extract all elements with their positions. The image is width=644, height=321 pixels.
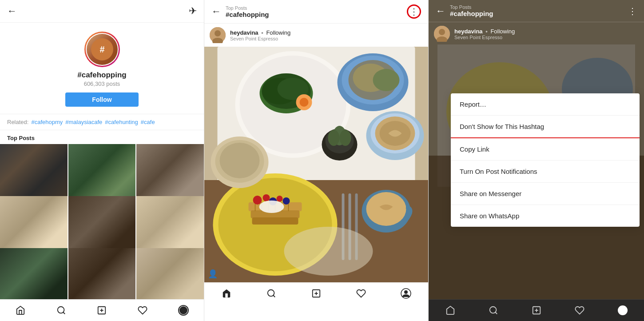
post-image[interactable]: 👤 [204,47,428,282]
menu-item-whatsapp[interactable]: Share on WhatsApp [451,205,640,227]
svg-point-10 [215,30,221,36]
nav-heart-icon[interactable] [134,304,151,317]
panel2-back-icon[interactable]: ← [211,6,221,17]
panel3-bottom-nav [429,299,644,321]
svg-point-56 [220,143,260,178]
profile-section: # #cafehopping 606,303 posts Follow [0,23,204,114]
svg-point-60 [328,130,340,146]
nav-search-icon[interactable] [52,304,70,317]
svg-point-83 [618,305,628,315]
related-tag-1[interactable]: #cafehopmy [31,119,63,125]
related-tag-3[interactable]: #cafehunting [105,119,138,125]
hashtag-title: #cafehopping [77,71,127,80]
panel3-back-icon[interactable]: ← [436,5,445,17]
nav3-search-icon[interactable] [485,304,502,317]
nav2-search-icon[interactable] [262,287,280,300]
related-tag-4[interactable]: #cafe [141,119,155,125]
panel3-top-bar-text: Top Posts #cafehopping [450,4,493,17]
svg-point-2 [57,307,64,313]
svg-point-8 [179,306,187,314]
svg-point-22 [300,98,309,107]
svg-point-62 [284,227,373,276]
svg-point-63 [268,290,274,297]
grid-item[interactable] [68,248,136,299]
svg-point-46 [277,196,283,202]
svg-line-79 [495,312,497,314]
panel2-bottom-nav [204,282,428,304]
nav2-home-icon[interactable] [218,287,235,300]
panel3-top-bar-sub: Top Posts [450,4,493,10]
svg-point-27 [373,69,400,91]
nav2-profile-icon[interactable] [397,287,415,300]
menu-item-report[interactable]: Report… [451,93,640,116]
nav-home-icon[interactable] [12,304,29,317]
panel3-top-bar: ← Top Posts #cafehopping ⋮ [429,0,644,22]
panel3-post-header: heydavina • Following Seven Point Espres… [429,22,644,45]
user-location: Seven Point Espresso [230,36,290,41]
nav3-home-icon[interactable] [441,304,459,317]
panel3-top-bar-main: #cafehopping [450,10,493,17]
svg-point-61 [340,130,351,146]
nav-profile-icon[interactable] [175,304,192,317]
avatar-inner: # [87,34,118,65]
panel3-user-avatar [434,26,450,42]
panel-2: ← Top Posts #cafehopping ⋮ heydavina • F… [204,0,429,321]
svg-point-76 [439,29,445,35]
nav2-add-icon[interactable] [307,287,325,300]
back-icon[interactable]: ← [7,5,17,17]
three-dots-icon: ⋮ [409,6,418,17]
bottom-nav [0,299,204,321]
menu-item-messenger[interactable]: Share on Messenger [451,183,640,205]
photo-grid [0,144,204,299]
grid-item[interactable] [0,248,68,299]
svg-point-78 [489,307,496,313]
nav3-profile-icon[interactable] [614,304,632,317]
send-icon[interactable]: ✈ [189,5,197,17]
panel1-top-bar: ← ✈ [0,0,204,23]
svg-line-64 [273,295,275,297]
user-info: heydavina • Following Seven Point Espres… [230,29,290,41]
grid-item[interactable] [136,248,204,299]
panel2-top-bar-text: Top Posts #cafehopping [226,5,269,18]
post-count: 606,303 posts [84,80,120,87]
avatar: # [84,32,120,67]
svg-point-69 [404,290,408,294]
svg-point-43 [253,196,262,205]
svg-point-48 [259,201,284,213]
panel2-top-bar-main: #cafehopping [226,11,269,18]
context-menu: Report… Don't Show for This Hashtag Copy… [451,93,640,227]
panel2-top-bar-sub: Top Posts [226,5,269,11]
panel-3: ← Top Posts #cafehopping ⋮ heydavina • F… [429,0,644,321]
nav2-heart-icon[interactable] [352,287,370,300]
svg-point-47 [283,197,290,205]
nav3-add-icon[interactable] [528,304,545,317]
panel2-post-header: heydavina • Following Seven Point Espres… [204,24,428,47]
menu-item-notifications[interactable]: Turn On Post Notifications [451,160,640,183]
panel-1: ← ✈ # #cafehopping 606,303 posts Follow … [0,0,204,321]
menu-item-copy-link[interactable]: Copy Link [451,138,640,160]
panel3-username: heydavina • Following [454,28,515,35]
nav3-heart-icon[interactable] [571,304,588,317]
svg-rect-36 [252,217,298,225]
related-tag-2[interactable]: #malaysiacafe [65,119,102,125]
panel3-user-info: heydavina • Following Seven Point Espres… [454,28,515,40]
panel3-user-location: Seven Point Espresso [454,35,515,40]
three-dots-button[interactable]: ⋮ [407,4,421,19]
svg-text:#: # [99,44,104,54]
panel3-three-dots-icon[interactable]: ⋮ [628,6,637,16]
related-label: Related: [7,119,28,125]
top-posts-label: Top Posts [0,130,204,144]
menu-item-dont-show[interactable]: Don't Show for This Hashtag [451,116,640,138]
related-section: Related: #cafehopmy #malaysiacafe #cafeh… [0,114,204,130]
panel2-top-bar: ← Top Posts #cafehopping ⋮ [204,0,428,24]
nav-add-icon[interactable] [93,304,111,317]
svg-line-3 [63,312,65,314]
username: heydavina • Following [230,29,290,36]
user-avatar [210,27,226,43]
follow-button[interactable]: Follow [65,92,138,107]
svg-point-44 [263,194,270,201]
post-person-icon: 👤 [208,269,218,279]
